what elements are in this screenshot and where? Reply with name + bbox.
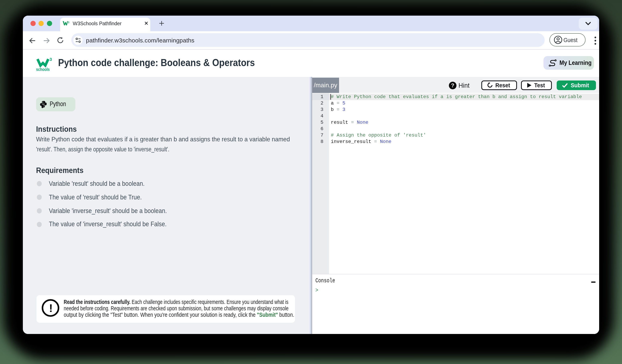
svg-text:3: 3 bbox=[68, 21, 69, 24]
svg-text:3: 3 bbox=[50, 57, 52, 62]
svg-text:schools: schools bbox=[36, 67, 50, 72]
